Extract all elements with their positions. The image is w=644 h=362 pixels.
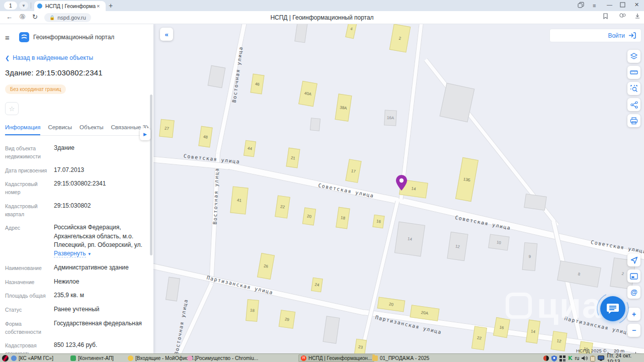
- start-menu-icon[interactable]: [2, 355, 9, 361]
- window-close-button[interactable]: ✕: [634, 2, 639, 8]
- map-building[interactable]: [166, 277, 180, 302]
- taskbar-item[interactable]: 01_ПРОДАЖА - 2025: [372, 354, 429, 362]
- zoom-out-button[interactable]: −: [627, 324, 640, 337]
- tab-panels-icon[interactable]: [578, 2, 584, 9]
- map-building[interactable]: 4: [345, 24, 358, 39]
- kontinent-icon: [70, 355, 76, 361]
- map-building[interactable]: 22: [275, 195, 290, 218]
- url-field[interactable]: 🔒 nspd.gov.ru: [44, 13, 91, 22]
- browser-menu-icon[interactable]: ≡: [593, 3, 596, 9]
- taskbar-item[interactable]: [Континент-АП]: [70, 354, 114, 362]
- window-maximize-button[interactable]: [620, 2, 625, 8]
- tab-group-chip[interactable]: 1: [4, 2, 17, 10]
- new-tab-button[interactable]: +: [109, 2, 113, 10]
- tab-Объекты[interactable]: Объекты: [79, 124, 103, 135]
- tab-Сервисы[interactable]: Сервисы: [48, 124, 72, 135]
- back-button-icon[interactable]: ←: [6, 13, 13, 21]
- cian-logo-icon: [506, 293, 532, 319]
- info-panel: ≡ Геоинформационный портал ❮ Назад в най…: [0, 24, 153, 353]
- display-icon[interactable]: [598, 355, 604, 361]
- tray-kontinent-icon[interactable]: 𝗞: [568, 355, 573, 361]
- map-pin-marker[interactable]: [396, 175, 407, 193]
- downloads-icon[interactable]: [634, 13, 640, 21]
- map-building[interactable]: 20: [377, 297, 406, 312]
- chat-button[interactable]: [600, 296, 625, 321]
- share-icon[interactable]: [627, 98, 640, 111]
- map-building[interactable]: 8: [557, 260, 601, 288]
- expand-link[interactable]: Развернуть: [54, 250, 86, 257]
- map-building[interactable]: [323, 316, 340, 343]
- map-canvas[interactable]: « Войти @ + − циан: [153, 24, 644, 353]
- bookmark-icon[interactable]: [603, 13, 608, 20]
- tray-grid-icon[interactable]: [559, 355, 566, 361]
- taskbar-item[interactable]: [Росимущество - Chromiu...: [187, 354, 258, 362]
- area-search-icon[interactable]: [627, 82, 640, 95]
- hamburger-menu-icon[interactable]: ≡: [5, 33, 14, 42]
- map-building[interactable]: 14: [526, 320, 540, 344]
- tab-close-icon[interactable]: ×: [97, 3, 100, 9]
- volume-icon[interactable]: [582, 355, 588, 361]
- map-building[interactable]: [208, 65, 226, 88]
- map-building[interactable]: [310, 118, 320, 131]
- map-building[interactable]: 38А: [335, 94, 352, 121]
- tabs-scroll-right-button[interactable]: ▶: [140, 128, 150, 140]
- map-building[interactable]: 12: [447, 232, 468, 261]
- tray-shield-icon[interactable]: [551, 355, 557, 361]
- layers-icon[interactable]: [627, 50, 640, 63]
- map-building[interactable]: 9: [522, 242, 538, 271]
- browser-home-icon[interactable]: ⓐ: [20, 13, 25, 21]
- map-building[interactable]: 2: [389, 24, 411, 53]
- map-building[interactable]: 48: [198, 126, 212, 148]
- clipboard-icon[interactable]: [590, 355, 595, 361]
- map-building[interactable]: 41: [230, 187, 248, 215]
- collections-icon[interactable]: [619, 13, 626, 21]
- coordinates-search-icon[interactable]: @: [627, 286, 640, 299]
- refresh-icon[interactable]: ↻: [32, 13, 38, 21]
- tab-group-chevron-icon[interactable]: ▼: [19, 2, 28, 10]
- favorite-star-button[interactable]: ☆: [5, 102, 19, 115]
- map-building[interactable]: 13Б: [455, 157, 478, 202]
- map-building[interactable]: 27: [159, 119, 175, 138]
- map-building[interactable]: 14: [394, 222, 425, 257]
- tray-record-icon[interactable]: [543, 355, 549, 361]
- login-bar[interactable]: Войти: [549, 29, 641, 42]
- map-building[interactable]: 22: [471, 326, 487, 350]
- map-building[interactable]: [294, 24, 307, 43]
- taskbar-clock: Пт. 24 окт. 10:13: [607, 352, 644, 362]
- map-building[interactable]: 23: [354, 339, 367, 353]
- map-building[interactable]: 24: [311, 278, 323, 293]
- map-building[interactable]: [524, 194, 546, 211]
- map-building[interactable]: 26: [257, 253, 275, 280]
- collapse-panel-button[interactable]: «: [160, 28, 173, 41]
- browser-tab[interactable]: НСПД | Геоинформа ×: [34, 1, 106, 11]
- map-building[interactable]: 40А: [298, 81, 317, 107]
- map-building[interactable]: 20: [302, 208, 316, 226]
- map-building[interactable]: 21: [286, 148, 300, 168]
- print-icon[interactable]: [627, 114, 640, 127]
- map-building[interactable]: 10: [488, 234, 510, 250]
- field-label: Форма собственности: [5, 319, 54, 336]
- map-building[interactable]: 29: [279, 310, 295, 329]
- field-label: Статус: [5, 305, 54, 314]
- zoom-in-button[interactable]: +: [627, 308, 640, 321]
- map-building[interactable]: 12: [551, 331, 568, 351]
- taskbar-item[interactable]: [КС «АРМ ГС»]: [11, 354, 53, 362]
- map-building[interactable]: 16: [372, 215, 384, 229]
- taskbar-item[interactable]: НСПД | Геоинформацион...: [298, 354, 374, 362]
- map-building[interactable]: 18: [336, 207, 350, 229]
- panel-scrollbar[interactable]: [150, 95, 152, 255]
- language-indicator[interactable]: ru: [575, 355, 580, 361]
- map-building[interactable]: 44: [244, 140, 256, 157]
- back-to-results-link[interactable]: ❮ Назад в найденные объекты: [5, 54, 146, 61]
- locate-icon[interactable]: [627, 253, 640, 266]
- info-row: НазначениеНежилое: [5, 278, 146, 287]
- window-minimize-button[interactable]: —: [607, 2, 612, 8]
- ruler-icon[interactable]: [627, 66, 640, 79]
- map-building[interactable]: 17: [345, 159, 361, 183]
- minimap-icon[interactable]: [627, 269, 640, 283]
- map-building[interactable]: 18: [246, 299, 259, 322]
- tab-Информация[interactable]: Информация: [5, 124, 40, 135]
- map-building[interactable]: 46: [250, 74, 264, 95]
- taskbar-item-label: 01_ПРОДАЖА - 2025: [380, 355, 429, 361]
- map-building[interactable]: 16А: [384, 110, 397, 126]
